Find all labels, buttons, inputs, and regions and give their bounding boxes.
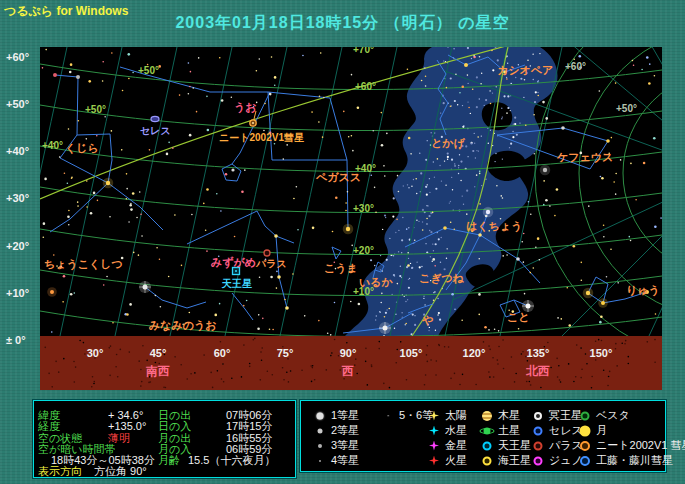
- legend-item: ニート2002V1 彗星: [578, 438, 685, 453]
- legend-icon: [427, 409, 441, 422]
- legend-label: 月: [596, 423, 607, 438]
- legend-icon: [531, 439, 545, 452]
- altitude-label: ± 0°: [6, 334, 26, 346]
- legend-item: 2等星: [313, 423, 381, 438]
- legend-item: ベスタ: [578, 408, 685, 423]
- legend-item: 火星: [427, 453, 480, 468]
- info-label-2: 日の入: [158, 421, 191, 432]
- legend-item: 工藤・藤川彗星: [578, 453, 685, 468]
- legend-icon: [427, 424, 441, 437]
- altitude-label: +10°: [6, 287, 29, 299]
- info-value-2: 15.5（十六夜月）: [188, 455, 275, 466]
- legend-item: ジュノ: [531, 453, 578, 468]
- info-label-2: 月の出: [158, 433, 191, 444]
- legend-icon: [427, 439, 441, 452]
- legend-label: 1等星: [331, 408, 359, 423]
- legend-item: 太陽: [427, 408, 480, 423]
- altitude-label: +60°: [6, 51, 29, 63]
- legend-label: 工藤・藤川彗星: [596, 453, 673, 468]
- legend-item: 金星: [427, 438, 480, 453]
- legend-label: 3等星: [331, 438, 359, 453]
- legend-item: 5・6等: [381, 408, 427, 423]
- legend-icon: [480, 409, 494, 422]
- legend-icon: [578, 439, 592, 452]
- legend-item: 4等星: [313, 453, 381, 468]
- info-value: 薄明: [108, 433, 130, 444]
- legend-label: ニート2002V1 彗星: [596, 438, 685, 453]
- legend-label: 天王星: [498, 438, 531, 453]
- legend-icon: [578, 409, 592, 422]
- info-value: +135.0°: [108, 421, 146, 432]
- legend-item: 月: [578, 423, 685, 438]
- legend-icon: [480, 439, 494, 452]
- altitude-label: +30°: [6, 192, 29, 204]
- info-panel: 緯度 + 34.6° 日の出 07時06分 経度 +135.0° 日の入 17時…: [33, 400, 296, 478]
- legend-icon: [427, 454, 441, 467]
- legend-icon: [578, 424, 592, 437]
- legend-icon: [313, 424, 327, 437]
- altitude-label: +40°: [6, 145, 29, 157]
- legend-item: 海王星: [480, 453, 531, 468]
- info-value-2: 17時15分: [226, 421, 272, 432]
- star-chart[interactable]: +70°+60°+60°+50°+50°+50°+40°+40°+30°+20°…: [40, 47, 662, 390]
- info-label: 経度: [38, 421, 60, 432]
- info-label: 空の状態: [38, 433, 82, 444]
- planetarium-window: つるぷら for Windows 2003年01月18日18時15分 （明石） …: [0, 0, 685, 484]
- legend-item: 水星: [427, 423, 480, 438]
- legend-label: 海王星: [498, 453, 531, 468]
- info-label: 表示方向: [38, 466, 82, 477]
- legend-icon: [480, 424, 494, 437]
- legend-icon: [531, 454, 545, 467]
- legend-icon: [578, 454, 592, 467]
- legend-item: パラス: [531, 438, 578, 453]
- legend-item: 冥王星: [531, 408, 578, 423]
- legend-label: 4等星: [331, 453, 359, 468]
- legend-icon: [480, 454, 494, 467]
- info-value-2: 16時55分: [226, 433, 272, 444]
- sky-canvas: [40, 47, 662, 390]
- legend-icon: [313, 439, 327, 452]
- info-label-2: 月齢: [158, 455, 180, 466]
- info-row: 経度 +135.0° 日の入 17時15分: [34, 421, 295, 432]
- legend-icon: [381, 409, 395, 422]
- legend-label: 太陽: [445, 408, 467, 423]
- legend-icon: [531, 409, 545, 422]
- legend-panel: 1等星 2等星 3等星 4等星 5・6等: [300, 400, 666, 472]
- info-row: 表示方向 方位角 90°: [34, 466, 295, 477]
- legend-icon: [313, 409, 327, 422]
- legend-label: ベスタ: [596, 408, 630, 423]
- legend-label: 木星: [498, 408, 520, 423]
- legend-icon: [531, 424, 545, 437]
- legend-label: 2等星: [331, 423, 359, 438]
- legend-label: 水星: [445, 423, 467, 438]
- legend-icon: [313, 454, 327, 467]
- page-title: 2003年01月18日18時15分 （明石） の星空: [0, 13, 685, 34]
- legend-label: 火星: [445, 453, 467, 468]
- altitude-label: +50°: [6, 98, 29, 110]
- legend-item: セレス: [531, 423, 578, 438]
- legend-item: 土星: [480, 423, 531, 438]
- legend-label: 金星: [445, 438, 467, 453]
- info-value: 方位角 90°: [94, 466, 147, 477]
- legend-item: 1等星: [313, 408, 381, 423]
- altitude-label: +20°: [6, 240, 29, 252]
- legend-item: 木星: [480, 408, 531, 423]
- legend-item: 3等星: [313, 438, 381, 453]
- legend-label: 土星: [498, 423, 520, 438]
- legend-item: 天王星: [480, 438, 531, 453]
